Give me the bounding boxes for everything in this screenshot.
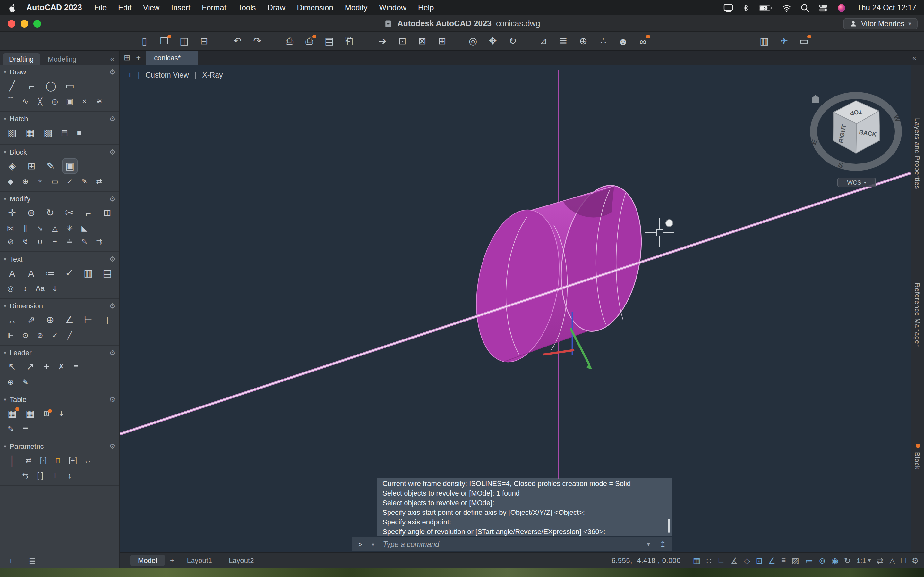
base-point-icon[interactable]: ⊕ <box>20 176 31 187</box>
hatch-user-pattern-icon[interactable]: ▤ <box>59 127 70 138</box>
stretch-icon[interactable]: ↘ <box>35 222 45 234</box>
layout-tab-model[interactable]: Model <box>130 554 165 566</box>
scale-icon[interactable]: △ <box>49 222 60 234</box>
data-link-icon[interactable]: ⊞ <box>41 408 52 419</box>
attribute-display-icon[interactable]: ▭ <box>49 176 60 187</box>
hatch-pattern-icon[interactable]: ▨ <box>5 126 19 140</box>
panel-tab-reference-manager[interactable]: Reference Manager <box>914 283 921 347</box>
move-icon[interactable]: ✛ <box>5 206 19 220</box>
palette-tab-drafting[interactable]: Drafting <box>3 53 40 65</box>
align-leaders-icon[interactable]: ≡ <box>71 361 81 372</box>
dim-radius-icon[interactable]: ⊕ <box>43 313 57 327</box>
layer-properties-icon[interactable]: ≣ <box>556 34 570 48</box>
command-prompt-caret-icon[interactable]: ▾ <box>372 542 375 547</box>
linear-dim-constraint-icon[interactable]: ↕ <box>64 470 75 481</box>
user-account-button[interactable]: Vitor Mendes ▾ <box>843 18 918 29</box>
multileader-icon[interactable]: ↗ <box>23 359 37 374</box>
dynamic-input-icon[interactable]: ≔ <box>805 556 813 565</box>
dim-break-icon[interactable]: ⊘ <box>35 330 45 340</box>
viewport-control-x-ray[interactable]: X-Ray <box>202 71 223 79</box>
polyline-icon[interactable]: ⌐ <box>24 79 39 93</box>
tab-overview-icon[interactable]: ⊞ <box>124 53 130 62</box>
menu-item-modify[interactable]: Modify <box>345 3 368 12</box>
menu-item-edit[interactable]: Edit <box>118 3 131 12</box>
remove-leader-icon[interactable]: ✗ <box>56 361 67 372</box>
command-history-scrollbar[interactable] <box>668 519 670 533</box>
apple-menu-icon[interactable] <box>8 3 17 13</box>
mirror-icon[interactable]: ⋈ <box>5 222 16 234</box>
palette-section-header-hatch[interactable]: ▾Hatch⚙ <box>4 113 115 124</box>
new-layer-icon[interactable]: ⊕ <box>576 34 590 48</box>
palette-section-header-table[interactable]: ▾Table⚙ <box>4 394 115 405</box>
create-block-icon[interactable]: ⊞ <box>24 159 39 173</box>
table-export-icon[interactable]: ↧ <box>56 408 67 419</box>
palette-menu-icon[interactable]: ≣ <box>29 556 36 565</box>
page-setup-icon[interactable]: ▤ <box>322 34 336 48</box>
panel-tab-block[interactable]: Block <box>914 452 921 470</box>
plot-preview-icon[interactable]: ⎗ <box>342 34 356 48</box>
edit-block-icon[interactable]: ✎ <box>44 159 58 173</box>
spell-check-icon[interactable]: ✓ <box>62 266 76 280</box>
display-settings-icon[interactable]: ▭ <box>797 34 811 48</box>
object-snap-icon[interactable]: ⊡ <box>756 556 762 565</box>
screen-mirroring-icon[interactable] <box>724 3 734 13</box>
rectangle-icon[interactable]: ▭ <box>63 79 77 93</box>
section-gear-icon[interactable]: ⚙ <box>109 195 115 203</box>
tab-bar-collapse-icon[interactable]: « <box>913 54 920 61</box>
palette-section-header-dimension[interactable]: ▾Dimension⚙ <box>4 300 115 311</box>
dim-linear-icon[interactable]: ↔ <box>5 313 19 327</box>
section-gear-icon[interactable]: ⚙ <box>109 348 115 357</box>
attach-reference-icon[interactable]: ∞ <box>636 34 650 48</box>
tolerance-icon[interactable]: ✓ <box>49 330 60 340</box>
clean-screen-icon[interactable]: □ <box>901 556 906 565</box>
menu-item-view[interactable]: View <box>143 3 160 12</box>
columns-icon[interactable]: ▥ <box>757 34 771 48</box>
measure-divide-icon[interactable]: ≐ <box>64 236 75 247</box>
viewcube-home-icon[interactable] <box>812 95 819 103</box>
chamfer-icon[interactable]: ◣ <box>79 222 90 234</box>
minimize-button[interactable] <box>21 19 28 27</box>
circle-icon[interactable]: ◯ <box>44 79 58 93</box>
isometric-drafting-icon[interactable]: ◇ <box>744 556 750 565</box>
perpendicular-constraint-icon[interactable]: ⊥ <box>49 470 60 481</box>
block-manager-icon[interactable]: ⇄ <box>94 176 105 187</box>
wifi-icon[interactable] <box>782 3 792 13</box>
model-space-viewport[interactable]: E S W TOP RIGHT BACK <box>120 65 911 552</box>
insert-view-icon[interactable]: ⊡ <box>395 34 409 48</box>
change-case-icon[interactable]: Aa <box>35 283 45 293</box>
erase-icon[interactable]: ⊘ <box>5 236 16 247</box>
sync-attributes-icon[interactable]: ✓ <box>64 176 75 187</box>
fillet-icon[interactable]: ⌐ <box>81 206 95 220</box>
redo-icon[interactable]: ↷ <box>250 34 264 48</box>
pan-icon[interactable]: ✥ <box>486 34 500 48</box>
dim-ordinate-icon[interactable]: I <box>100 313 114 327</box>
center-mark-icon[interactable]: ⊙ <box>20 330 31 340</box>
pdf-attach-icon[interactable]: ↧ <box>49 283 60 293</box>
show-constraints-icon[interactable]: [·] <box>38 455 49 466</box>
object-snap-tracking-icon[interactable]: ∠ <box>768 556 775 565</box>
join-icon[interactable]: ∪ <box>35 236 45 247</box>
battery-icon[interactable] <box>758 3 774 13</box>
etransmit-icon[interactable]: ➔ <box>375 34 389 48</box>
menu-item-insert[interactable]: Insert <box>171 3 190 12</box>
section-gear-icon[interactable]: ⚙ <box>109 114 115 123</box>
lineweight-icon[interactable]: ≡ <box>781 556 786 565</box>
table-from-data-icon[interactable]: ▦ <box>23 406 37 421</box>
viewport-control-[interactable]: + <box>128 71 132 79</box>
batch-plot-icon[interactable]: ⎙ <box>302 34 317 48</box>
palette-section-header-parametric[interactable]: ▾Parametric⚙ <box>4 440 115 452</box>
section-gear-icon[interactable]: ⚙ <box>109 442 115 450</box>
point-icon[interactable]: × <box>79 95 90 106</box>
text-pdf-icon[interactable]: ▤ <box>100 266 114 280</box>
line-icon[interactable]: ╱ <box>5 79 19 93</box>
offset-icon[interactable]: ∥ <box>20 222 31 234</box>
hatch-gradient-icon[interactable]: ▩ <box>41 126 55 140</box>
block-editor-icon[interactable]: ▣ <box>63 159 77 173</box>
orbit-icon[interactable]: ↻ <box>506 34 520 48</box>
palette-section-header-text[interactable]: ▾Text⚙ <box>4 253 115 265</box>
spotlight-icon[interactable] <box>800 3 810 13</box>
leader-settings-icon[interactable]: ✎ <box>20 376 31 387</box>
annotation-visibility-icon[interactable]: ◉ <box>831 556 838 565</box>
wipeout-icon[interactable]: ≋ <box>94 95 105 106</box>
menu-clock[interactable]: Thu 24 Oct 12:17 <box>857 3 916 12</box>
